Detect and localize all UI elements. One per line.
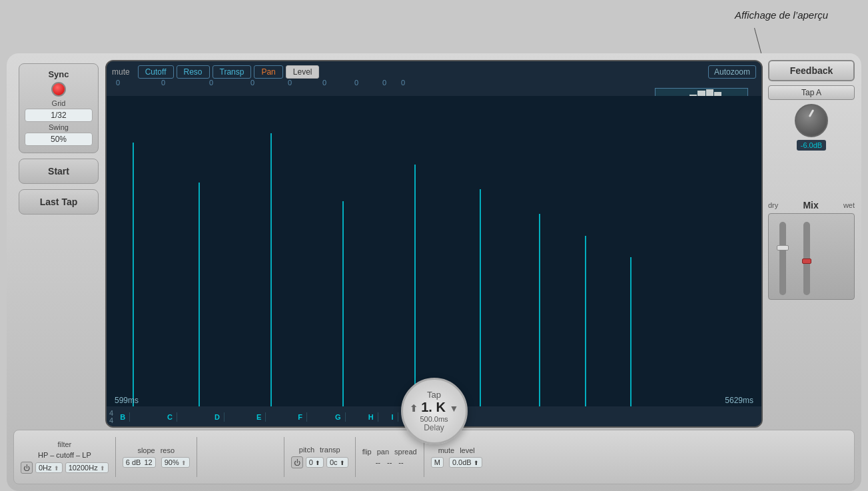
feedback-knob[interactable] — [795, 104, 828, 137]
tap-label-i[interactable]: I — [388, 412, 398, 422]
time-end: 5629ms — [725, 396, 753, 405]
tap-circle-time: 500.0ms — [420, 415, 448, 423]
dry-label: dry — [768, 201, 778, 209]
tap-line-g[interactable] — [480, 189, 481, 406]
tap-line-b[interactable] — [133, 143, 134, 406]
slope-label: slope — [137, 446, 155, 454]
feedback-button[interactable]: Feedback — [768, 60, 855, 81]
last-tap-button[interactable]: Last Tap — [19, 189, 99, 215]
sequencer[interactable] — [107, 96, 761, 406]
slope-section: slope reso 6 dB 12 90% ⬆ — [123, 446, 190, 468]
tap-value-text: 1. K — [421, 400, 446, 414]
transp-value[interactable]: 0 ⬆ — [306, 457, 324, 468]
hz-high[interactable]: 10200Hz ⬆ — [65, 462, 109, 473]
tap-line-f[interactable] — [414, 165, 416, 406]
pan-value: -- — [387, 458, 392, 466]
autozoom-button[interactable]: Autozoom — [708, 65, 756, 79]
mute-numbers-row: 0 0 0 0 0 0 0 0 0 — [107, 79, 761, 87]
pitch-section: pitch transp ⏻ 0 ⬆ 0c ⬆ — [291, 446, 348, 468]
tab-transp[interactable]: Transp — [213, 65, 252, 79]
annotation-text: Affichage de l’aperçu — [735, 9, 828, 21]
tap-line-e[interactable] — [342, 201, 344, 406]
mix-section: dry Mix wet — [768, 200, 855, 300]
mix-label: Mix — [803, 200, 818, 211]
tap-label-d[interactable]: D — [211, 412, 224, 422]
tap-label-h[interactable]: H — [364, 412, 378, 422]
slope-num-value: 12 — [144, 458, 152, 466]
divider-3 — [284, 437, 284, 477]
sync-circle[interactable] — [51, 82, 66, 97]
db-value: -6.0dB — [797, 140, 826, 151]
transp-cent[interactable]: 0c ⬆ — [326, 457, 348, 468]
tab-level[interactable]: Level — [286, 65, 320, 79]
tap-line-i[interactable] — [585, 236, 586, 406]
flip-value: -- — [376, 458, 380, 466]
tap-down-icon: ▼ — [449, 403, 458, 414]
tap-line-h[interactable] — [539, 214, 540, 406]
divider-2 — [197, 437, 197, 477]
last-tap-label: Last Tap — [26, 197, 91, 207]
mute-level-section: mute level M 0.0dB ⬆ — [431, 446, 482, 468]
tab-reso[interactable]: Reso — [177, 65, 210, 79]
tap-line-j[interactable] — [630, 257, 632, 406]
slope-db[interactable]: 6 dB 12 — [123, 457, 156, 468]
tap-circle[interactable]: Tap ⬆ 1. K ▼ 500.0ms Delay — [401, 378, 468, 444]
mix-header: dry Mix wet — [768, 200, 855, 211]
time-start: 599ms — [115, 396, 139, 405]
tap-line-d[interactable] — [270, 133, 272, 406]
swing-label: Swing — [25, 123, 93, 131]
tap-line-c[interactable] — [199, 183, 200, 406]
transp-cent-val: 0c — [330, 458, 338, 466]
tap-circle-top-label: Tap — [427, 390, 441, 400]
tab-pan[interactable]: Pan — [254, 65, 282, 79]
pitch-power-button[interactable]: ⏻ — [291, 456, 303, 468]
time-signature: 44 — [109, 410, 113, 424]
hz-low-value: 0Hz — [39, 464, 52, 472]
tap-label-f[interactable]: F — [294, 412, 307, 422]
filter-label: filter — [57, 440, 71, 448]
wet-slider-track — [803, 222, 810, 295]
wet-label: wet — [843, 201, 855, 209]
level-label: level — [460, 446, 475, 454]
main-container: Sync Grid 1/32 Swing 50% Start Last Tap … — [7, 53, 861, 491]
tab-bar: mute Cutoff Reso Transp Pan Level Autozo… — [107, 61, 761, 79]
tap-circle-value: ⬆ 1. K ▼ — [410, 400, 459, 415]
hz-high-value: 10200Hz — [69, 464, 98, 472]
level-value-field[interactable]: 0.0dB ⬆ — [449, 457, 482, 468]
dry-slider-thumb[interactable] — [777, 245, 789, 250]
tap-label-g[interactable]: G — [331, 412, 346, 422]
grid-label: Grid — [25, 99, 93, 107]
swing-value[interactable]: 50% — [25, 133, 93, 146]
slope-db-value: 6 dB — [126, 458, 141, 466]
tap-circle-bottom-label: Delay — [424, 423, 444, 432]
mute-label: mute — [112, 67, 130, 77]
tap-a-button[interactable]: Tap A — [768, 85, 855, 100]
hz-low[interactable]: 0Hz ⬆ — [35, 462, 63, 473]
tap-label-e[interactable]: E — [252, 412, 266, 422]
pan-label: pan — [377, 448, 389, 456]
knob-container: -6.0dB — [768, 104, 855, 151]
tab-cutoff[interactable]: Cutoff — [138, 65, 174, 79]
mix-sliders — [768, 213, 855, 300]
filter-type: HP – cutoff – LP — [38, 451, 91, 459]
hz-high-stepper[interactable]: ⬆ — [100, 465, 105, 472]
pitch-label: pitch — [299, 446, 314, 454]
hz-low-stepper[interactable]: ⬆ — [54, 465, 59, 472]
flip-label: flip — [362, 448, 372, 456]
tap-up-icon: ⬆ — [410, 403, 418, 414]
start-button[interactable]: Start — [19, 159, 99, 184]
wet-slider-thumb[interactable] — [802, 258, 811, 264]
grid-value[interactable]: 1/32 — [25, 109, 93, 122]
filter-power-button[interactable]: ⏻ — [21, 462, 33, 474]
divider-1 — [115, 437, 116, 477]
mute-value-field[interactable]: M — [431, 457, 444, 468]
reso-value[interactable]: 90% ⬆ — [161, 457, 190, 468]
display-area: mute Cutoff Reso Transp Pan Level Autozo… — [105, 60, 763, 428]
tap-label-c[interactable]: C — [163, 412, 177, 422]
transp-label: transp — [320, 446, 340, 454]
start-label: Start — [26, 166, 91, 177]
reso-label: reso — [161, 446, 175, 454]
sync-label: Sync — [25, 69, 93, 79]
tap-label-b[interactable]: B — [116, 412, 130, 422]
sync-box: Sync Grid 1/32 Swing 50% — [19, 63, 99, 153]
